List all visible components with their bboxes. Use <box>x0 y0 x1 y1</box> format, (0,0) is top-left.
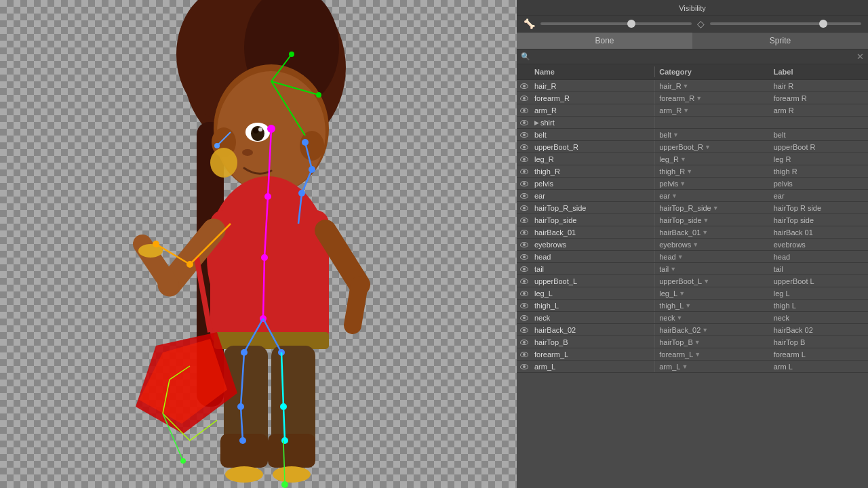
table-row[interactable]: upperBoot_RupperBoot_R▼upperBoot R <box>517 141 868 153</box>
category-dropdown-icon[interactable]: ▼ <box>686 168 692 175</box>
table-row[interactable]: hairTop_BhairTop_B▼hairTop B <box>517 336 868 348</box>
table-row[interactable]: tailtail▼tail <box>517 263 868 275</box>
category-dropdown-icon[interactable]: ▼ <box>696 95 702 102</box>
eye-cell[interactable] <box>517 279 532 284</box>
table-row[interactable]: arm_Rarm_R▼arm R <box>517 104 868 117</box>
eye-cell[interactable] <box>517 120 532 125</box>
table-row[interactable]: thigh_Rthigh_R▼thigh R <box>517 165 868 178</box>
eye-cell[interactable] <box>517 266 532 272</box>
eye-cell[interactable] <box>517 157 532 162</box>
table-row[interactable]: upperBoot_LupperBoot_L▼upperBoot L <box>517 275 868 287</box>
tab-sprite[interactable]: Sprite <box>692 33 868 49</box>
category-dropdown-icon[interactable]: ▼ <box>682 363 688 370</box>
eye-cell[interactable] <box>517 254 532 260</box>
table-row[interactable]: beltbelt▼belt <box>517 129 868 141</box>
eye-cell[interactable] <box>517 340 532 345</box>
table-row[interactable]: hairBack_01hairBack_01▼hairBack 01 <box>517 226 868 239</box>
category-dropdown-icon[interactable]: ▼ <box>685 302 691 309</box>
category-dropdown-icon[interactable]: ▼ <box>702 327 708 333</box>
skeleton-overlay <box>0 0 517 488</box>
eye-cell[interactable] <box>517 181 532 186</box>
eye-cell[interactable] <box>517 83 532 89</box>
table-row[interactable]: hair_Rhair_R▼hair R <box>517 80 868 92</box>
expand-arrow-icon[interactable]: ▶ <box>534 119 539 126</box>
eye-cell[interactable] <box>517 218 532 223</box>
table-row[interactable]: hairTop_R_sidehairTop_R_side▼hairTop R s… <box>517 202 868 214</box>
table-row[interactable]: headhead▼head <box>517 251 868 263</box>
name-cell: eyebrows <box>532 241 654 249</box>
category-dropdown-icon[interactable]: ▼ <box>671 192 677 199</box>
eye-cell[interactable] <box>517 205 532 211</box>
category-dropdown-icon[interactable]: ▼ <box>713 205 719 211</box>
table-row[interactable]: earear▼ear <box>517 190 868 202</box>
table-row[interactable]: neckneck▼neck <box>517 312 868 324</box>
category-dropdown-icon[interactable]: ▼ <box>703 217 709 224</box>
table-row[interactable]: leg_Lleg_L▼leg L <box>517 287 868 300</box>
category-dropdown-icon[interactable]: ▼ <box>680 156 686 163</box>
category-dropdown-icon[interactable]: ▼ <box>683 107 689 114</box>
category-dropdown-icon[interactable]: ▼ <box>705 144 711 150</box>
eye-icon <box>520 303 528 308</box>
category-dropdown-icon[interactable]: ▼ <box>676 314 682 321</box>
name-cell: arm_L <box>532 363 654 371</box>
table-row[interactable]: arm_Larm_L▼arm L <box>517 361 868 373</box>
search-input[interactable] <box>533 52 854 62</box>
category-dropdown-icon[interactable]: ▼ <box>703 278 709 285</box>
table-row[interactable]: leg_Rleg_R▼leg R <box>517 153 868 165</box>
category-dropdown-icon[interactable]: ▼ <box>670 266 676 272</box>
sprite-slider-track[interactable] <box>710 22 861 25</box>
eye-cell[interactable] <box>517 364 532 369</box>
table-row[interactable]: forearm_Rforearm_R▼forearm R <box>517 92 868 104</box>
eye-cell[interactable] <box>517 327 532 333</box>
category-dropdown-icon[interactable]: ▼ <box>679 180 686 187</box>
eye-cell[interactable] <box>517 169 532 174</box>
table-row[interactable]: forearm_Lforearm_L▼forearm L <box>517 348 868 361</box>
eye-cell[interactable] <box>517 291 532 296</box>
category-dropdown-icon[interactable]: ▼ <box>679 290 685 297</box>
label-cell: hairBack 02 <box>771 326 868 334</box>
eye-cell[interactable] <box>517 242 532 247</box>
eye-cell[interactable] <box>517 230 532 235</box>
eye-cell[interactable] <box>517 352 532 357</box>
category-dropdown-icon[interactable]: ▼ <box>694 339 701 346</box>
name-cell: ear <box>532 192 654 200</box>
category-value: upperBoot_R <box>659 143 703 151</box>
sprite-slider-thumb[interactable] <box>819 20 827 28</box>
table-row[interactable]: hairTop_sidehairTop_side▼hairTop side <box>517 214 868 226</box>
eye-cell[interactable] <box>517 108 532 113</box>
category-dropdown-icon[interactable]: ▼ <box>692 241 698 248</box>
category-cell: hairTop_B▼ <box>655 338 771 346</box>
svg-rect-21 <box>268 434 315 468</box>
tab-bone[interactable]: Bone <box>517 33 692 49</box>
eye-cell[interactable] <box>517 193 532 199</box>
table-row[interactable]: hairBack_02hairBack_02▼hairBack 02 <box>517 324 868 336</box>
eye-cell[interactable] <box>517 315 532 321</box>
bone-slider-track[interactable] <box>540 22 692 25</box>
eye-cell[interactable] <box>517 132 532 138</box>
viewport[interactable] <box>0 0 517 488</box>
category-dropdown-icon[interactable]: ▼ <box>677 253 684 260</box>
search-clear-button[interactable]: ✕ <box>856 52 864 62</box>
eye-cell[interactable] <box>517 96 532 101</box>
category-dropdown-icon[interactable]: ▼ <box>694 351 701 358</box>
bone-slider-thumb[interactable] <box>627 20 635 28</box>
category-dropdown-icon[interactable]: ▼ <box>683 83 689 89</box>
svg-line-15 <box>326 230 359 285</box>
category-dropdown-icon[interactable]: ▼ <box>702 229 708 236</box>
bone-name: forearm_L <box>534 350 568 359</box>
table-row[interactable]: thigh_Lthigh_L▼thigh L <box>517 300 868 312</box>
category-value: hairTop_R_side <box>659 204 711 212</box>
table-row[interactable]: ▶shirt <box>517 117 868 129</box>
category-cell: hairBack_01▼ <box>655 228 771 237</box>
category-value: head <box>659 253 675 261</box>
category-dropdown-icon[interactable]: ▼ <box>673 131 679 138</box>
svg-rect-11 <box>210 210 329 346</box>
table-row[interactable]: pelvispelvis▼pelvis <box>517 178 868 190</box>
eye-cell[interactable] <box>517 144 532 150</box>
table-body[interactable]: hair_Rhair_R▼hair Rforearm_Rforearm_R▼fo… <box>517 80 868 488</box>
name-cell: forearm_R <box>532 94 654 102</box>
name-cell: thigh_R <box>532 167 654 176</box>
table-row[interactable]: eyebrowseyebrows▼evebrows <box>517 239 868 251</box>
eye-cell[interactable] <box>517 303 532 308</box>
header-name: Name <box>532 68 654 76</box>
